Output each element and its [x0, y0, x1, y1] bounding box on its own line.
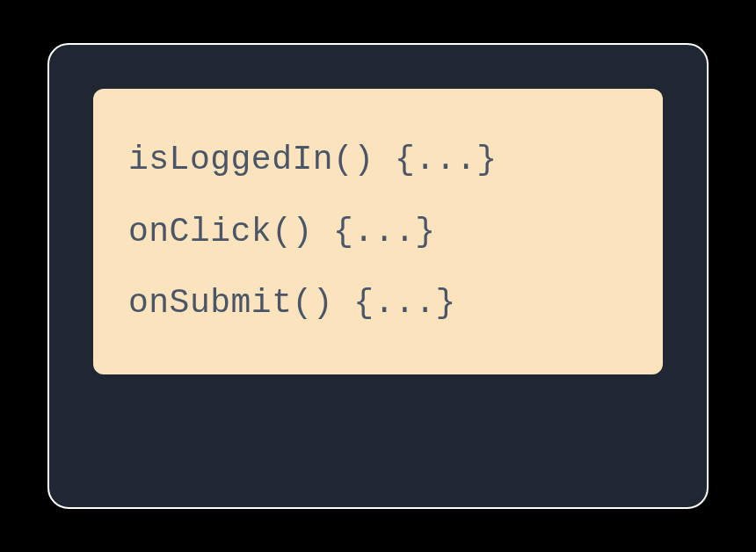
code-card: isLoggedIn() {...} onClick() {...} onSub…: [47, 43, 709, 509]
code-block: isLoggedIn() {...} onClick() {...} onSub…: [93, 89, 663, 374]
code-line: onSubmit() {...}: [128, 267, 628, 339]
code-line: onClick() {...}: [128, 196, 628, 268]
code-line: isLoggedIn() {...}: [128, 124, 628, 196]
